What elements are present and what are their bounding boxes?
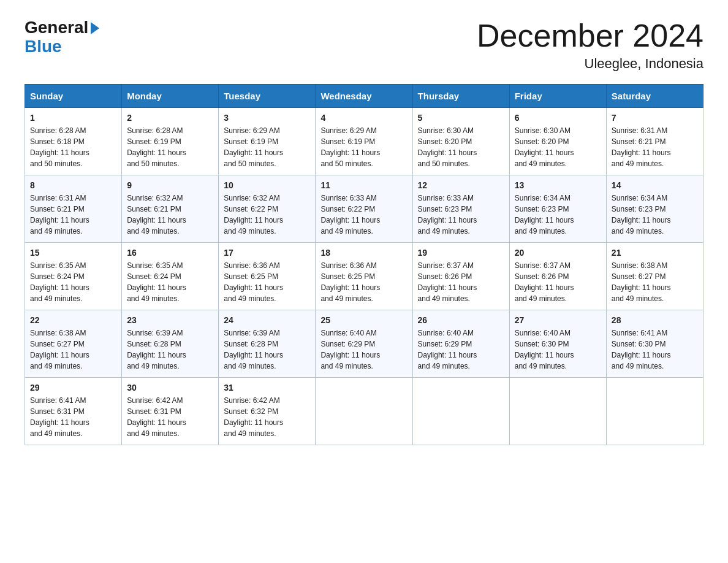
day-number: 3 — [224, 113, 310, 123]
day-info: Sunrise: 6:32 AM Sunset: 6:21 PM Dayligh… — [127, 193, 213, 237]
calendar-cell: 23 Sunrise: 6:39 AM Sunset: 6:28 PM Dayl… — [122, 310, 219, 378]
calendar-cell: 17 Sunrise: 6:36 AM Sunset: 6:25 PM Dayl… — [219, 243, 316, 310]
calendar-cell — [606, 378, 703, 445]
calendar-cell: 16 Sunrise: 6:35 AM Sunset: 6:24 PM Dayl… — [122, 243, 219, 310]
day-info: Sunrise: 6:33 AM Sunset: 6:23 PM Dayligh… — [418, 193, 504, 237]
day-info: Sunrise: 6:30 AM Sunset: 6:20 PM Dayligh… — [418, 125, 504, 169]
day-number: 7 — [612, 113, 698, 123]
calendar-cell: 18 Sunrise: 6:36 AM Sunset: 6:25 PM Dayl… — [316, 243, 412, 310]
day-number: 30 — [127, 383, 213, 393]
calendar-cell: 12 Sunrise: 6:33 AM Sunset: 6:23 PM Dayl… — [412, 175, 509, 243]
day-info: Sunrise: 6:37 AM Sunset: 6:26 PM Dayligh… — [515, 260, 601, 304]
calendar-header-row: SundayMondayTuesdayWednesdayThursdayFrid… — [25, 85, 703, 108]
day-number: 17 — [224, 248, 310, 258]
day-info: Sunrise: 6:39 AM Sunset: 6:28 PM Dayligh… — [127, 327, 213, 372]
day-number: 28 — [612, 315, 698, 325]
calendar-header-friday: Friday — [509, 85, 606, 108]
day-info: Sunrise: 6:38 AM Sunset: 6:27 PM Dayligh… — [612, 260, 698, 304]
calendar-cell: 26 Sunrise: 6:40 AM Sunset: 6:29 PM Dayl… — [412, 310, 509, 378]
calendar-header-wednesday: Wednesday — [316, 85, 412, 108]
calendar-week-row: 22 Sunrise: 6:38 AM Sunset: 6:27 PM Dayl… — [25, 310, 703, 378]
day-number: 25 — [320, 315, 407, 325]
day-info: Sunrise: 6:34 AM Sunset: 6:23 PM Dayligh… — [515, 193, 601, 237]
calendar-week-row: 29 Sunrise: 6:41 AM Sunset: 6:31 PM Dayl… — [25, 378, 703, 445]
calendar-week-row: 8 Sunrise: 6:31 AM Sunset: 6:21 PM Dayli… — [25, 175, 703, 243]
day-number: 15 — [30, 248, 116, 258]
day-info: Sunrise: 6:35 AM Sunset: 6:24 PM Dayligh… — [30, 260, 116, 304]
logo-general-text: General — [25, 18, 99, 37]
day-info: Sunrise: 6:40 AM Sunset: 6:30 PM Dayligh… — [515, 327, 601, 372]
day-number: 20 — [515, 248, 601, 258]
calendar-cell: 30 Sunrise: 6:42 AM Sunset: 6:31 PM Dayl… — [122, 378, 219, 445]
day-number: 10 — [224, 180, 310, 190]
day-info: Sunrise: 6:28 AM Sunset: 6:18 PM Dayligh… — [30, 125, 116, 169]
day-number: 1 — [30, 113, 116, 123]
location-subtitle: Uleeglee, Indonesia — [477, 56, 703, 72]
calendar-cell: 29 Sunrise: 6:41 AM Sunset: 6:31 PM Dayl… — [25, 378, 122, 445]
day-number: 21 — [612, 248, 698, 258]
day-number: 13 — [515, 180, 601, 190]
calendar-cell — [316, 378, 412, 445]
calendar-cell: 24 Sunrise: 6:39 AM Sunset: 6:28 PM Dayl… — [219, 310, 316, 378]
day-info: Sunrise: 6:41 AM Sunset: 6:31 PM Dayligh… — [30, 395, 116, 439]
calendar-cell: 3 Sunrise: 6:29 AM Sunset: 6:19 PM Dayli… — [219, 108, 316, 175]
title-block: December 2024 Uleeglee, Indonesia — [477, 18, 703, 72]
calendar-header-saturday: Saturday — [606, 85, 703, 108]
day-info: Sunrise: 6:39 AM Sunset: 6:28 PM Dayligh… — [224, 327, 310, 372]
day-number: 22 — [30, 315, 116, 325]
calendar-cell: 21 Sunrise: 6:38 AM Sunset: 6:27 PM Dayl… — [606, 243, 703, 310]
day-info: Sunrise: 6:36 AM Sunset: 6:25 PM Dayligh… — [224, 260, 310, 304]
calendar-table: SundayMondayTuesdayWednesdayThursdayFrid… — [25, 84, 703, 445]
day-info: Sunrise: 6:40 AM Sunset: 6:29 PM Dayligh… — [320, 327, 407, 372]
day-info: Sunrise: 6:42 AM Sunset: 6:32 PM Dayligh… — [224, 395, 310, 439]
calendar-cell: 28 Sunrise: 6:41 AM Sunset: 6:30 PM Dayl… — [606, 310, 703, 378]
day-number: 6 — [515, 113, 601, 123]
calendar-week-row: 15 Sunrise: 6:35 AM Sunset: 6:24 PM Dayl… — [25, 243, 703, 310]
day-info: Sunrise: 6:40 AM Sunset: 6:29 PM Dayligh… — [418, 327, 504, 372]
calendar-cell: 22 Sunrise: 6:38 AM Sunset: 6:27 PM Dayl… — [25, 310, 122, 378]
day-number: 16 — [127, 248, 213, 258]
day-number: 31 — [224, 383, 310, 393]
day-info: Sunrise: 6:38 AM Sunset: 6:27 PM Dayligh… — [30, 327, 116, 372]
calendar-cell — [412, 378, 509, 445]
day-info: Sunrise: 6:35 AM Sunset: 6:24 PM Dayligh… — [127, 260, 213, 304]
day-info: Sunrise: 6:42 AM Sunset: 6:31 PM Dayligh… — [127, 395, 213, 439]
day-info: Sunrise: 6:36 AM Sunset: 6:25 PM Dayligh… — [320, 260, 407, 304]
day-number: 4 — [320, 113, 407, 123]
calendar-cell: 15 Sunrise: 6:35 AM Sunset: 6:24 PM Dayl… — [25, 243, 122, 310]
calendar-cell: 1 Sunrise: 6:28 AM Sunset: 6:18 PM Dayli… — [25, 108, 122, 175]
calendar-cell: 31 Sunrise: 6:42 AM Sunset: 6:32 PM Dayl… — [219, 378, 316, 445]
day-number: 19 — [418, 248, 504, 258]
calendar-cell: 7 Sunrise: 6:31 AM Sunset: 6:21 PM Dayli… — [606, 108, 703, 175]
day-number: 9 — [127, 180, 213, 190]
calendar-cell: 2 Sunrise: 6:28 AM Sunset: 6:19 PM Dayli… — [122, 108, 219, 175]
logo: General Blue — [25, 18, 99, 56]
day-number: 26 — [418, 315, 504, 325]
calendar-cell — [509, 378, 606, 445]
day-info: Sunrise: 6:37 AM Sunset: 6:26 PM Dayligh… — [418, 260, 504, 304]
calendar-cell: 8 Sunrise: 6:31 AM Sunset: 6:21 PM Dayli… — [25, 175, 122, 243]
page-header: General Blue December 2024 Uleeglee, Ind… — [25, 18, 703, 72]
day-number: 8 — [30, 180, 116, 190]
calendar-cell: 4 Sunrise: 6:29 AM Sunset: 6:19 PM Dayli… — [316, 108, 412, 175]
logo-blue-label: Blue — [25, 37, 99, 56]
calendar-cell: 11 Sunrise: 6:33 AM Sunset: 6:22 PM Dayl… — [316, 175, 412, 243]
calendar-cell: 6 Sunrise: 6:30 AM Sunset: 6:20 PM Dayli… — [509, 108, 606, 175]
calendar-cell: 10 Sunrise: 6:32 AM Sunset: 6:22 PM Dayl… — [219, 175, 316, 243]
day-info: Sunrise: 6:29 AM Sunset: 6:19 PM Dayligh… — [224, 125, 310, 169]
day-info: Sunrise: 6:32 AM Sunset: 6:22 PM Dayligh… — [224, 193, 310, 237]
logo-arrow-icon — [91, 22, 99, 34]
calendar-header-thursday: Thursday — [412, 85, 509, 108]
month-year-title: December 2024 — [477, 18, 703, 53]
calendar-cell: 19 Sunrise: 6:37 AM Sunset: 6:26 PM Dayl… — [412, 243, 509, 310]
calendar-header-monday: Monday — [122, 85, 219, 108]
day-number: 29 — [30, 383, 116, 393]
day-number: 27 — [515, 315, 601, 325]
calendar-header-tuesday: Tuesday — [219, 85, 316, 108]
day-number: 24 — [224, 315, 310, 325]
day-info: Sunrise: 6:31 AM Sunset: 6:21 PM Dayligh… — [30, 193, 116, 237]
calendar-cell: 27 Sunrise: 6:40 AM Sunset: 6:30 PM Dayl… — [509, 310, 606, 378]
day-info: Sunrise: 6:29 AM Sunset: 6:19 PM Dayligh… — [320, 125, 407, 169]
day-info: Sunrise: 6:34 AM Sunset: 6:23 PM Dayligh… — [612, 193, 698, 237]
day-number: 11 — [320, 180, 407, 190]
